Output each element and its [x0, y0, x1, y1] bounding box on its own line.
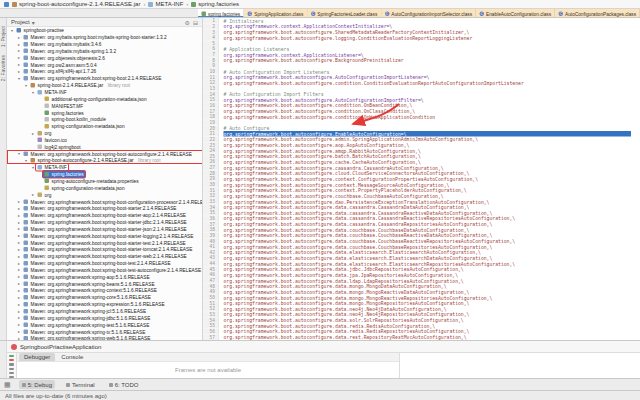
- tree-item-content[interactable]: Maven: org.springframework:spring-test:5…: [22, 321, 151, 328]
- stop-icon[interactable]: [9, 359, 14, 361]
- tree-item[interactable]: log4j2.springboot: [7, 143, 202, 150]
- library-tab[interactable]: CAutoConfigurationImportSelector.class: [381, 9, 476, 18]
- tree-item-content[interactable]: Maven: org.springframework:spring-aop:5.…: [22, 274, 151, 281]
- tree-item[interactable]: ▸org: [7, 191, 202, 198]
- tool-window-button[interactable]: 5: Debug: [19, 380, 55, 389]
- tree-item-content[interactable]: spring.factories: [43, 171, 85, 178]
- editor-line[interactable]: 57org.springframework.boot.autoconfigure…: [203, 334, 631, 340]
- tree-item[interactable]: ▸Maven: org.slf4j:slf4j-api:1.7.26: [7, 68, 202, 75]
- tree-item[interactable]: ▸Maven: org.springframework:spring-beans…: [7, 280, 202, 287]
- tree-item[interactable]: ▾spring-boot-autoconfigure-2.1.4.RELEASE…: [7, 157, 202, 164]
- tree-item-content[interactable]: Maven: org.springframework:spring-core:5…: [22, 294, 152, 301]
- tab-spring-factories[interactable]: spring.factories: [198, 9, 244, 18]
- tree-item-content[interactable]: additional-spring-configuration-metadata…: [43, 96, 148, 103]
- tool-window-button[interactable]: Terminal: [63, 380, 98, 389]
- tree-item[interactable]: ▸Maven: org.springframework.boot:spring-…: [7, 212, 202, 219]
- tree-item[interactable]: ▸Maven: org.springframework.boot:spring-…: [7, 253, 202, 260]
- tree-item-content[interactable]: Maven: org.springframework:spring-contex…: [22, 287, 158, 294]
- rerun-icon[interactable]: [9, 355, 14, 357]
- tree-item-content[interactable]: Maven: org.mybatis:mybatis:3.4.6: [22, 41, 103, 48]
- debug-tab-debugger[interactable]: Debugger: [19, 353, 55, 361]
- pause-icon[interactable]: [9, 368, 14, 370]
- tool-strip-button[interactable]: 1: Project: [0, 26, 6, 47]
- tree-item-content[interactable]: Maven: org.ow2.asm:asm:5.0.4: [22, 61, 98, 68]
- app-menu-icon[interactable]: [4, 2, 9, 7]
- tree-item[interactable]: ▸Maven: org.springframework.boot:spring-…: [7, 198, 202, 205]
- view-breakpoints-icon[interactable]: [9, 372, 14, 374]
- tree-item[interactable]: ▸Maven: org.springframework.boot:spring-…: [7, 239, 202, 246]
- tree-item[interactable]: spring-boot.kotlin_module: [7, 116, 202, 123]
- tree-item[interactable]: ▾Maven: org.springframework.boot:spring-…: [7, 150, 202, 157]
- tree-item[interactable]: ▸Maven: org.springframework:spring-aop:5…: [7, 273, 202, 280]
- library-tab[interactable]: CEnableAutoConfiguration.class: [476, 9, 555, 18]
- tree-item-content[interactable]: Maven: org.springframework.boot:spring-b…: [22, 198, 202, 205]
- tree-item[interactable]: additional-spring-configuration-metadata…: [7, 95, 202, 102]
- library-tab[interactable]: CAutoConfigurationPackages.class: [555, 9, 640, 18]
- tree-item[interactable]: spring.factories: [7, 109, 202, 116]
- tool-window-button[interactable]: 6: TODO: [106, 380, 142, 389]
- tree-item-content[interactable]: Maven: org.springframework:spring-jdbc:5…: [22, 315, 152, 322]
- tree-item-content[interactable]: org: [36, 130, 53, 137]
- tree-item[interactable]: ▸Maven: org.springframework.boot:spring-…: [7, 205, 202, 212]
- tree-item[interactable]: spring.factories: [7, 171, 202, 178]
- tree-item-content[interactable]: spring-configuration-metadata.json: [43, 185, 126, 192]
- tree-item-content[interactable]: Maven: org.springframework.boot:spring-b…: [22, 253, 188, 260]
- tree-item-content[interactable]: Maven: org.springframework:spring-jcl:5.…: [22, 308, 148, 315]
- tree-item[interactable]: ▸Maven: org.springframework:spring-jcl:5…: [7, 308, 202, 315]
- tree-item-content[interactable]: springboot-practise: [15, 27, 65, 34]
- tree-item[interactable]: ▾spring-boot-2.1.4.RELEASE.jar library r…: [7, 82, 202, 89]
- library-tab[interactable]: CSpringApplication.class: [244, 9, 307, 18]
- tree-item[interactable]: ▸org: [7, 130, 202, 137]
- tree-item[interactable]: ▸Maven: org.springframework:spring-core:…: [7, 294, 202, 301]
- tree-item-content[interactable]: Maven: org.springframework.boot:spring-b…: [22, 150, 193, 157]
- tree-item[interactable]: ▸Maven: org.springframework.boot:spring-…: [7, 219, 202, 226]
- tree-item-content[interactable]: spring-autoconfigure-metadata.properties: [43, 178, 140, 185]
- tree-item-content[interactable]: Maven: org.mybatis.spring.boot:mybatis-s…: [22, 34, 168, 41]
- tree-item-content[interactable]: Maven: org.springframework:spring-tx:5.1…: [22, 328, 147, 335]
- tool-window-switcher-icon[interactable]: ▦: [4, 381, 11, 389]
- tree-item[interactable]: ▸Maven: org.springframework:spring-conte…: [7, 287, 202, 294]
- library-tab[interactable]: CSpringFactoriesLoader.class: [307, 9, 381, 18]
- tree-item[interactable]: ▸Maven: org.springframework.boot:spring-…: [7, 246, 202, 253]
- tree-item[interactable]: ▸Maven: org.springframework:spring-web:5…: [7, 335, 202, 340]
- breadcrumb-item[interactable]: META-INF: [148, 1, 183, 7]
- tree-item-content[interactable]: Maven: org.slf4j:slf4j-api:1.7.26: [22, 68, 98, 75]
- tree-item-content[interactable]: Maven: org.springframework:spring-web:5.…: [22, 335, 152, 340]
- tree-item-content[interactable]: Maven: org.objenesis:objenesis:2.6: [22, 55, 106, 62]
- tree-item[interactable]: ▾Maven: org.springframework.boot:spring-…: [7, 75, 202, 82]
- tree-item-content[interactable]: Maven: org.springframework.boot:spring-b…: [22, 239, 187, 246]
- tree-item-content[interactable]: Maven: org.springframework.boot:spring-b…: [22, 246, 194, 253]
- tree-item[interactable]: ▸Maven: org.mybatis.spring.boot:mybatis-…: [7, 34, 202, 41]
- tree-item[interactable]: ▾springboot-practise: [7, 27, 202, 34]
- tree-item-content[interactable]: Maven: org.springframework.boot:spring-b…: [22, 75, 163, 82]
- tree-item-content[interactable]: org: [36, 191, 53, 198]
- tree-item-content[interactable]: spring-configuration-metadata.json: [43, 123, 126, 130]
- tree-item[interactable]: ▸Maven: org.springframework:spring-jdbc:…: [7, 314, 202, 321]
- tree-item[interactable]: favicon.ico: [7, 137, 202, 144]
- tree-item-content[interactable]: META-INF: [36, 89, 68, 96]
- tree-item[interactable]: ▸Maven: org.springframework:spring-expre…: [7, 301, 202, 308]
- tool-strip-button[interactable]: 2: Favorites: [0, 55, 6, 81]
- tree-item[interactable]: ▾META-INF: [7, 89, 202, 96]
- tree-item[interactable]: spring-configuration-metadata.json: [7, 123, 202, 130]
- tree-item-content[interactable]: Maven: org.springframework.boot:spring-b…: [22, 219, 188, 226]
- tree-item-content[interactable]: Maven: org.springframework.boot:spring-b…: [22, 260, 172, 267]
- tree-item[interactable]: ▾META-INF: [7, 164, 202, 171]
- tree-item-content[interactable]: META-INF: [36, 164, 68, 171]
- tree-item-content[interactable]: Maven: org.springframework.boot:spring-b…: [22, 226, 188, 233]
- tree-item-content[interactable]: MANIFEST.MF: [43, 102, 85, 109]
- tree-item-content[interactable]: favicon.ico: [36, 137, 68, 144]
- tree-item[interactable]: ▸Maven: org.springframework.boot:spring-…: [7, 232, 202, 239]
- breadcrumb-item[interactable]: spring.factories: [191, 1, 239, 7]
- tree-item-content[interactable]: spring-boot-autoconfigure-2.1.4.RELEASE.…: [29, 157, 135, 164]
- tree-item[interactable]: ▸Maven: org.springframework:spring-test:…: [7, 321, 202, 328]
- tree-item[interactable]: spring-autoconfigure-metadata.properties: [7, 178, 202, 185]
- resume-icon[interactable]: [9, 363, 14, 365]
- tree-item[interactable]: spring-configuration-metadata.json: [7, 184, 202, 191]
- tree-item-content[interactable]: Maven: org.mybatis:mybatis-spring:1.3.2: [22, 48, 118, 55]
- collapse-all-icon[interactable]: ⊟: [193, 19, 198, 26]
- breadcrumb-item[interactable]: spring-boot-autoconfigure-2.1.4.RELEASE.…: [12, 1, 140, 7]
- tree-item[interactable]: ▸Maven: org.objenesis:objenesis:2.6: [7, 54, 202, 61]
- tree-item-content[interactable]: spring-boot.kotlin_module: [43, 116, 107, 123]
- tree-item[interactable]: ▸Maven: org.springframework.boot:spring-…: [7, 225, 202, 232]
